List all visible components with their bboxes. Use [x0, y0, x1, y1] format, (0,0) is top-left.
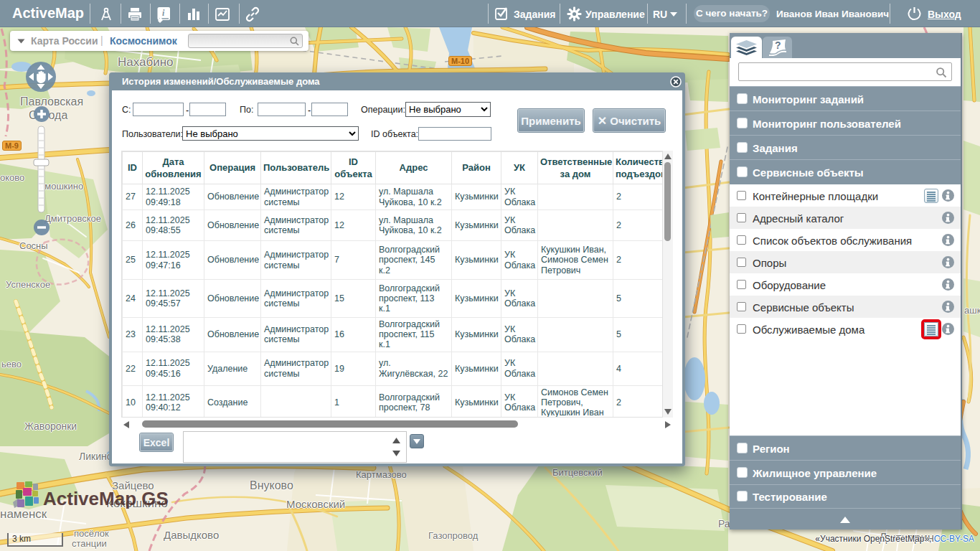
svg-text:ActiveMap GS: ActiveMap GS	[43, 488, 169, 509]
svg-text:?: ?	[775, 39, 781, 51]
